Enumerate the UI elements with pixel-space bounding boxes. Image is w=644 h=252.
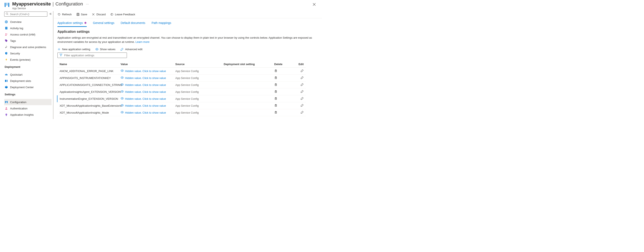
svg-point-18 xyxy=(6,107,7,108)
edit-button[interactable] xyxy=(300,104,304,108)
filter-input[interactable] xyxy=(64,54,125,57)
table-row: APPLICATIONINSIGHTS_CONNECTION_STRINGHid… xyxy=(58,82,306,88)
svg-point-27 xyxy=(122,77,123,78)
tab-application-settings[interactable]: Application settings ✱ xyxy=(58,21,87,27)
setting-source: App Service Config xyxy=(175,70,224,73)
setting-name: ApplicationInsightsAgent_EXTENSION_VERSI… xyxy=(60,90,120,94)
setting-source: App Service Config xyxy=(175,97,224,100)
new-setting-button[interactable]: New application setting xyxy=(58,48,90,51)
cloud-icon xyxy=(5,73,8,76)
delete-button[interactable] xyxy=(274,91,278,94)
eye-icon xyxy=(120,97,124,101)
table-row: XDT_MicrosoftApplicationInsights_ModeHid… xyxy=(58,109,306,116)
svg-rect-2 xyxy=(8,3,9,7)
search-input[interactable] xyxy=(10,12,46,16)
setting-name: XDT_MicrosoftApplicationInsights_BaseExt… xyxy=(60,104,120,107)
section-description: Application settings are encrypted at re… xyxy=(58,36,318,44)
sub-toolbar: New application setting Show values Adva… xyxy=(58,48,318,51)
nav-item-security[interactable]: Security xyxy=(4,50,52,56)
col-slot: Deployment slot setting xyxy=(224,63,274,66)
setting-name: XDT_MicrosoftApplicationInsights_Mode xyxy=(60,111,120,114)
table-row: ANCM_ADDITIONAL_ERROR_PAGE_LINKHidden va… xyxy=(58,68,306,75)
nav-item-diagnose-and-solve-problems[interactable]: Diagnose and solve problems xyxy=(4,44,52,50)
show-value-link[interactable]: Hidden value. Click to show value xyxy=(120,97,175,101)
section-heading: Application settings xyxy=(58,30,318,34)
globe-icon xyxy=(5,20,8,23)
edit-button[interactable] xyxy=(300,70,304,73)
setting-name: InstrumentationEngine_EXTENSION_VERSION xyxy=(60,97,120,100)
nav-label: Application Insights xyxy=(10,113,34,116)
nav-item-overview[interactable]: Overview xyxy=(4,19,52,25)
show-value-link[interactable]: Hidden value. Click to show value xyxy=(120,83,175,87)
filter-box[interactable] xyxy=(58,52,127,58)
delete-button[interactable] xyxy=(274,70,278,73)
svg-rect-9 xyxy=(6,29,6,29)
svg-point-10 xyxy=(6,33,6,34)
nav-label: Deployment slots xyxy=(10,79,31,83)
save-button[interactable]: Save xyxy=(76,13,87,16)
table-row: XDT_MicrosoftApplicationInsights_BaseExt… xyxy=(58,102,306,109)
delete-button[interactable] xyxy=(274,98,278,101)
eye-icon xyxy=(120,76,124,80)
more-actions-button[interactable]: ··· xyxy=(86,2,89,6)
show-value-link[interactable]: Hidden value. Click to show value xyxy=(120,69,175,73)
refresh-button[interactable]: Refresh xyxy=(58,13,72,16)
eye-icon xyxy=(120,90,124,94)
sidebar-search[interactable] xyxy=(4,11,47,16)
discard-button[interactable]: Discard xyxy=(92,13,106,16)
nav-label: Authentication xyxy=(10,107,27,110)
svg-point-33 xyxy=(122,98,123,99)
nav-item-tags[interactable]: Tags xyxy=(4,38,52,44)
col-edit: Edit xyxy=(291,63,304,66)
tab-general-settings[interactable]: General settings xyxy=(93,21,114,27)
nav-item-deployment-slots[interactable]: Deployment slots xyxy=(4,78,52,84)
delete-button[interactable] xyxy=(274,104,278,108)
nav-item-quickstart[interactable]: Quickstart xyxy=(4,71,52,78)
show-value-link[interactable]: Hidden value. Click to show value xyxy=(120,90,175,94)
nav-label: Activity log xyxy=(10,27,23,30)
advanced-edit-button[interactable]: Advanced edit xyxy=(120,48,142,51)
title-separator: | xyxy=(52,1,54,7)
show-values-button[interactable]: Show values xyxy=(95,48,116,51)
nav-item-access-control-iam-[interactable]: Access control (IAM) xyxy=(4,31,52,38)
delete-button[interactable] xyxy=(274,111,278,115)
show-value-link[interactable]: Hidden value. Click to show value xyxy=(120,111,175,115)
edit-button[interactable] xyxy=(300,91,304,94)
edit-button[interactable] xyxy=(300,111,304,115)
nav-label: Diagnose and solve problems xyxy=(10,46,46,49)
svg-rect-36 xyxy=(275,105,277,107)
svg-rect-23 xyxy=(77,14,79,15)
nav-item-events-preview-[interactable]: Events (preview) xyxy=(4,56,52,63)
nav-item-configuration[interactable]: Configuration xyxy=(4,99,52,105)
tab-path-mappings[interactable]: Path mappings xyxy=(152,21,171,27)
edit-button[interactable] xyxy=(300,84,304,87)
tab-default-documents[interactable]: Default documents xyxy=(120,21,145,27)
show-value-link[interactable]: Hidden value. Click to show value xyxy=(120,104,175,108)
svg-point-29 xyxy=(122,84,123,85)
edit-button[interactable] xyxy=(300,77,304,80)
nav-label: Quickstart xyxy=(10,73,22,76)
delete-button[interactable] xyxy=(274,84,278,87)
learn-more-link[interactable]: Learn more xyxy=(136,40,150,43)
nav-item-authentication[interactable]: Authentication xyxy=(4,105,52,112)
nav-item-activity-log[interactable]: Activity log xyxy=(4,25,52,31)
edit-button[interactable] xyxy=(300,98,304,101)
section-settings: Settings xyxy=(4,90,52,97)
page-title-section: Configuration xyxy=(55,1,83,7)
settings-table: Name Value Source Deployment slot settin… xyxy=(58,61,306,116)
nav-item-deployment-center[interactable]: Deployment Center xyxy=(4,84,52,90)
feedback-button[interactable]: Leave Feedback xyxy=(110,13,135,16)
nav-label: Access control (IAM) xyxy=(10,33,35,36)
nav-item-application-insights[interactable]: Application Insights xyxy=(4,112,52,118)
svg-rect-38 xyxy=(275,112,277,113)
advanced-edit-label: Advanced edit xyxy=(125,48,142,51)
show-value-link[interactable]: Hidden value. Click to show value xyxy=(120,76,175,80)
delete-button[interactable] xyxy=(274,77,278,80)
svg-rect-17 xyxy=(7,101,8,103)
slots-icon xyxy=(5,79,8,83)
svg-point-37 xyxy=(122,112,123,113)
table-row: ApplicationInsightsAgent_EXTENSION_VERSI… xyxy=(58,88,306,95)
close-button[interactable] xyxy=(311,1,318,8)
section-deployment: Deployment xyxy=(4,63,52,69)
collapse-sidebar-button[interactable] xyxy=(49,12,52,16)
